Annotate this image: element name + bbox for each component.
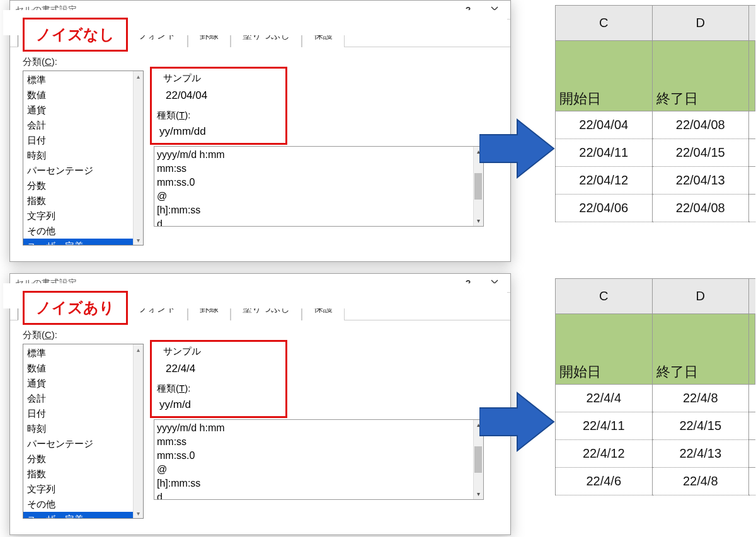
list-item[interactable]: mm:ss (157, 435, 481, 449)
list-item-custom[interactable]: ユーザー定義 (23, 512, 143, 519)
cell[interactable]: 22/4/8 (652, 468, 749, 495)
list-item[interactable]: d (157, 217, 481, 227)
comparison-row-no-noise: セルの書式設定 ? 表示形式 配置 フォント 罫線 塗りつぶし 保護 分類(C)… (1, 0, 755, 264)
cell[interactable]: 22/04/12 (556, 167, 653, 195)
result-table: C D 開始日 終了日 22/04/0422/04/08 22/04/1122/… (555, 5, 755, 222)
noise-badge: ノイズなし (23, 18, 128, 52)
header-cell[interactable]: 終了日 (652, 41, 749, 111)
list-item[interactable]: 時刻 (23, 148, 143, 163)
scrollbar[interactable]: ▴ ▾ (133, 344, 143, 518)
list-item[interactable]: パーセンテージ (23, 163, 143, 178)
arrow-icon (479, 390, 555, 453)
cell[interactable]: 22/04/11 (556, 139, 653, 167)
format-type-input[interactable] (158, 124, 284, 139)
sample-value: 22/04/04 (166, 89, 280, 102)
list-item[interactable]: 標準 (23, 346, 143, 361)
list-item[interactable]: 会計 (23, 391, 143, 406)
result-table: C D 開始日 終了日 22/4/422/4/8 22/4/1122/4/15 … (555, 278, 755, 495)
format-options-list[interactable]: yyyy/m/d h:mm mm:ss mm:ss.0 @ [h]:mm:ss … (154, 146, 484, 227)
scroll-down-icon[interactable]: ▾ (134, 508, 143, 518)
edge-cell (749, 41, 755, 111)
sample-label: サンプル (163, 72, 280, 84)
list-item[interactable]: パーセンテージ (23, 436, 143, 451)
list-item[interactable]: 時刻 (23, 421, 143, 436)
list-item[interactable]: [h]:mm:ss (157, 203, 481, 217)
cell[interactable]: 22/4/13 (652, 440, 749, 468)
list-item[interactable]: その他 (23, 497, 143, 512)
list-item[interactable]: d (157, 490, 481, 500)
list-item[interactable]: 分数 (23, 451, 143, 466)
type-label: 種類(T): (157, 383, 280, 395)
svg-marker-2 (479, 120, 554, 178)
scroll-up-icon[interactable]: ▴ (134, 344, 143, 354)
list-item[interactable]: 日付 (23, 406, 143, 421)
list-item[interactable]: 指数 (23, 466, 143, 482)
svg-marker-5 (479, 393, 554, 451)
format-type-input[interactable] (158, 397, 284, 412)
cell[interactable]: 22/04/04 (556, 111, 653, 139)
cell[interactable]: 22/4/15 (652, 412, 749, 440)
list-item[interactable]: 数値 (23, 88, 143, 103)
list-item[interactable]: mm:ss (157, 162, 481, 176)
list-item[interactable]: [h]:mm:ss (157, 477, 481, 490)
noise-badge: ノイズあり (23, 291, 128, 325)
header-cell[interactable]: 開始日 (556, 41, 653, 111)
cell[interactable]: 22/04/15 (652, 139, 749, 167)
cell[interactable]: 22/4/4 (556, 385, 653, 412)
format-options-list[interactable]: yyyy/m/d h:mm mm:ss mm:ss.0 @ [h]:mm:ss … (154, 419, 484, 500)
sample-value: 22/4/4 (166, 363, 280, 375)
header-cell[interactable]: 開始日 (556, 314, 653, 385)
cell[interactable]: 22/4/6 (556, 468, 653, 495)
list-item[interactable]: mm:ss.0 (157, 449, 481, 463)
list-item[interactable]: 通貨 (23, 376, 143, 391)
list-item[interactable]: その他 (23, 223, 143, 239)
category-listbox[interactable]: 標準 数値 通貨 会計 日付 時刻 パーセンテージ 分数 指数 文字列 その他 … (23, 344, 144, 519)
list-item[interactable]: 会計 (23, 118, 143, 133)
list-item[interactable]: yyyy/m/d h:mm (157, 148, 481, 162)
list-item[interactable]: @ (157, 189, 481, 203)
arrow-icon (479, 117, 555, 180)
type-label: 種類(T): (157, 110, 280, 122)
highlight-box: サンプル 22/04/04 種類(T): (150, 67, 287, 145)
cell[interactable]: 22/4/8 (652, 385, 749, 412)
cell[interactable]: 22/4/11 (556, 412, 653, 440)
list-item[interactable]: 数値 (23, 361, 143, 376)
cell[interactable]: 22/04/13 (652, 167, 749, 195)
list-item[interactable]: 分数 (23, 178, 143, 193)
cell[interactable]: 22/04/08 (652, 195, 749, 222)
scroll-down-icon[interactable]: ▾ (474, 489, 483, 499)
list-item[interactable]: 通貨 (23, 103, 143, 118)
list-item[interactable]: 指数 (23, 193, 143, 208)
edge-cell (749, 279, 755, 314)
column-header[interactable]: C (556, 279, 653, 314)
list-item[interactable]: mm:ss.0 (157, 176, 481, 189)
list-item-custom[interactable]: ユーザー定義 (23, 239, 143, 246)
cell[interactable]: 22/04/06 (556, 195, 653, 222)
scroll-up-icon[interactable]: ▴ (134, 71, 143, 81)
cell[interactable]: 22/4/12 (556, 440, 653, 468)
column-header[interactable]: D (652, 279, 749, 314)
sample-label: サンプル (163, 346, 280, 358)
comparison-row-noise: セルの書式設定 ? 表示形式 配置 フォント 罫線 塗りつぶし 保護 分類(C)… (1, 273, 755, 537)
scroll-down-icon[interactable]: ▾ (134, 235, 143, 245)
list-item[interactable]: yyyy/m/d h:mm (157, 421, 481, 435)
list-item[interactable]: 文字列 (23, 482, 143, 497)
highlight-box: サンプル 22/4/4 種類(T): (150, 340, 287, 418)
list-item[interactable]: 日付 (23, 133, 143, 148)
scroll-down-icon[interactable]: ▾ (474, 216, 483, 226)
category-listbox[interactable]: 標準 数値 通貨 会計 日付 時刻 パーセンテージ 分数 指数 文字列 その他 … (23, 71, 144, 246)
edge-cell (749, 6, 755, 41)
scrollbar[interactable]: ▴ ▾ (133, 71, 143, 245)
list-item[interactable]: 標準 (23, 72, 143, 88)
list-item[interactable]: 文字列 (23, 208, 143, 223)
cell[interactable]: 22/04/08 (652, 111, 749, 139)
column-header[interactable]: C (556, 6, 653, 41)
list-item[interactable]: @ (157, 463, 481, 477)
column-header[interactable]: D (652, 6, 749, 41)
header-cell[interactable]: 終了日 (652, 314, 749, 385)
edge-cell (749, 314, 755, 385)
